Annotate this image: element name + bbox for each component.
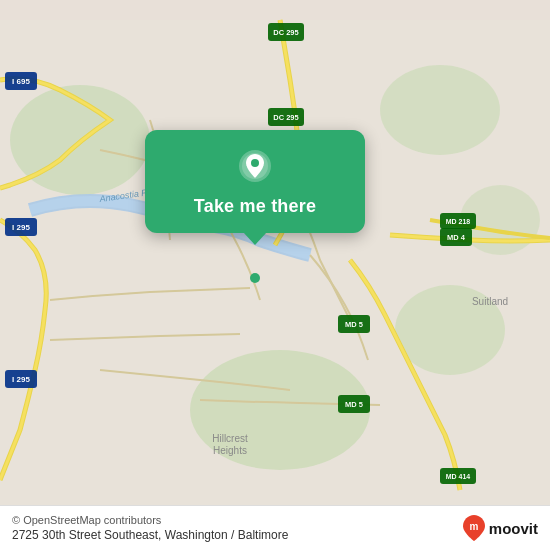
svg-text:DC 295: DC 295 [273, 28, 298, 37]
svg-point-30 [250, 273, 260, 283]
map-attribution: © OpenStreetMap contributors [12, 514, 463, 526]
svg-text:Heights: Heights [213, 445, 247, 456]
svg-point-2 [380, 65, 500, 155]
svg-text:MD 5: MD 5 [345, 400, 363, 409]
svg-text:MD 5: MD 5 [345, 320, 363, 329]
svg-text:I 295: I 295 [12, 223, 30, 232]
svg-text:I 295: I 295 [12, 375, 30, 384]
svg-text:Hillcrest: Hillcrest [212, 433, 248, 444]
map-container: I 695 I 295 I 295 DC 295 DC 295 MD 5 MD … [0, 0, 550, 550]
moovit-icon: m [463, 515, 485, 541]
map-background: I 695 I 295 I 295 DC 295 DC 295 MD 5 MD … [0, 0, 550, 550]
svg-text:DC 295: DC 295 [273, 113, 298, 122]
svg-text:m: m [469, 521, 478, 532]
svg-text:MD 218: MD 218 [446, 218, 471, 225]
moovit-logo: m moovit [463, 515, 538, 541]
svg-point-33 [251, 159, 259, 167]
svg-text:I 695: I 695 [12, 77, 30, 86]
svg-text:Suitland: Suitland [472, 296, 508, 307]
moovit-logo-text: moovit [489, 520, 538, 537]
svg-text:MD 414: MD 414 [446, 473, 471, 480]
svg-text:MD 4: MD 4 [447, 233, 466, 242]
take-me-there-button[interactable]: Take me there [194, 196, 316, 217]
address-label: 2725 30th Street Southeast, Washington /… [12, 528, 463, 542]
pin-icon [237, 148, 273, 188]
tooltip-card: Take me there [145, 130, 365, 233]
bottom-bar: © OpenStreetMap contributors 2725 30th S… [0, 505, 550, 550]
